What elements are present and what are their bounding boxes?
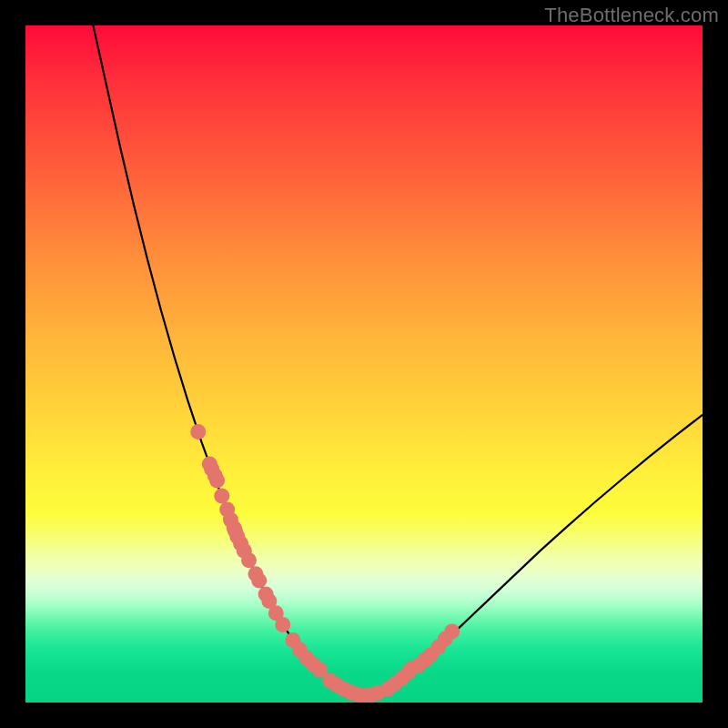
- marker-point: [444, 623, 460, 639]
- watermark-text: TheBottleneck.com: [544, 4, 719, 27]
- markers-group: [190, 424, 460, 703]
- marker-point: [251, 573, 267, 589]
- marker-point: [214, 489, 229, 504]
- marker-point: [241, 552, 257, 568]
- marker-point: [275, 617, 290, 632]
- marker-point: [190, 424, 206, 440]
- marker-point: [209, 472, 225, 488]
- chart-svg: [25, 25, 703, 703]
- curve-line: [93, 25, 703, 696]
- chart-plot-area: [25, 25, 703, 703]
